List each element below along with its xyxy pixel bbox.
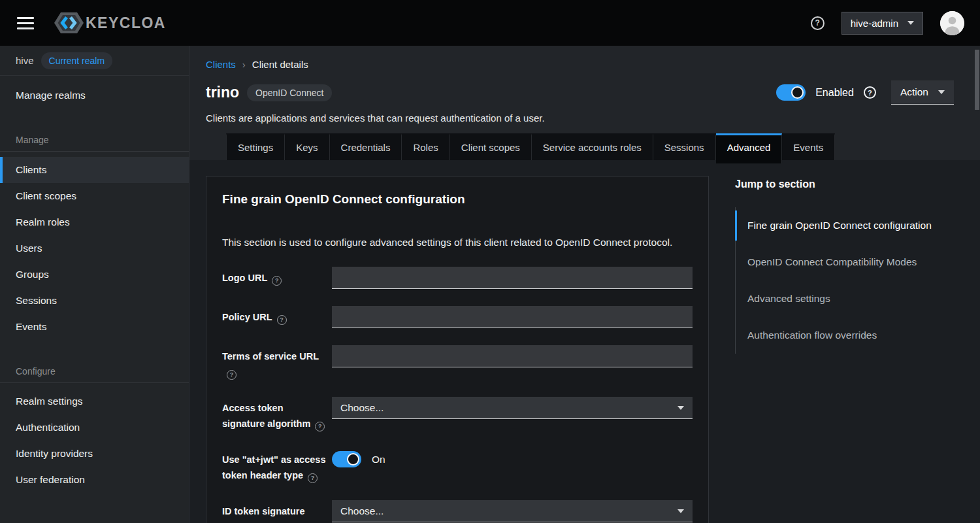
select-value: Choose... [340,402,384,414]
user-menu-dropdown[interactable]: hive-admin [841,12,923,35]
select-value: Choose... [340,505,384,517]
jump-link-authentication-flow-overrides[interactable]: Authentication flow overrides [736,317,964,354]
realm-name: hive [16,55,34,66]
form-row-access-token-signature-algorithm: Access token signature algorithm?Choose.… [222,397,693,431]
enabled-toggle[interactable] [776,84,806,101]
page-header: Clients › Client details trino OpenID Co… [189,46,980,160]
keycloak-logo: KEYCLOAK [54,10,166,36]
sidebar-item-users[interactable]: Users [0,235,189,262]
sidebar-item-user-federation[interactable]: User federation [0,467,189,493]
jump-link-advanced-settings[interactable]: Advanced settings [736,280,964,317]
tab-events[interactable]: Events [782,133,835,160]
sidebar-section-label-configure: Configure [0,361,189,383]
fine-grain-config-card: Fine grain OpenID Connect configuration … [206,176,709,523]
sidebar-item-identity-providers[interactable]: Identity providers [0,441,189,467]
jump-to-section-list: Fine grain OpenID Connect configurationO… [735,207,964,354]
tab-sessions[interactable]: Sessions [653,133,716,160]
topbar-actions: ? hive-admin [811,11,964,35]
help-icon[interactable]: ? [308,473,318,483]
content-area: Fine grain OpenID Connect configuration … [189,160,980,523]
action-dropdown-label: Action [900,86,928,98]
use-at-jwt-as-access-token-header-type-toggle[interactable] [332,451,361,467]
help-icon[interactable]: ? [315,422,325,431]
logo-url-input[interactable] [332,267,693,289]
tab-service-accounts-roles[interactable]: Service accounts roles [532,133,653,160]
sidebar: hive Current realm Manage realms ManageC… [0,46,189,523]
title-controls: Enabled ? Action [776,80,954,105]
chevron-down-icon [938,90,945,94]
svg-text:KEYCLOAK: KEYCLOAK [86,14,166,31]
field-control: Choose... [332,397,693,419]
policy-url-input[interactable] [332,306,693,328]
field-label: Access token signature algorithm? [222,397,327,431]
terms-of-service-url-input[interactable] [332,345,693,367]
tab-keys[interactable]: Keys [285,133,329,160]
toggle-state-label: On [372,454,385,465]
sidebar-section-label-manage: Manage [0,129,189,152]
field-label-text: Terms of service URL [222,351,319,362]
sidebar-item-clients[interactable]: Clients [0,157,189,183]
enabled-label: Enabled [815,87,854,99]
tab-client-scopes[interactable]: Client scopes [450,133,532,160]
help-icon[interactable]: ? [272,276,282,286]
sidebar-item-authentication[interactable]: Authentication [0,414,189,441]
scrollbar[interactable] [975,50,979,110]
id-token-signature-select[interactable]: Choose... [332,500,693,522]
section-title: Fine grain OpenID Connect configuration [222,192,693,207]
chevron-down-icon [678,509,684,513]
field-control: On [332,448,693,467]
tab-roles[interactable]: Roles [402,133,449,160]
field-control [332,267,693,289]
breadcrumb: Clients › Client details [189,59,980,70]
field-label: Terms of service URL? [222,345,327,380]
toggle-knob [347,453,359,465]
page-description: Clients are applications and services th… [189,105,980,124]
avatar[interactable] [940,11,964,35]
action-dropdown[interactable]: Action [891,80,954,105]
help-icon[interactable]: ? [864,86,876,99]
form-row-terms-of-service-url: Terms of service URL? [222,345,693,380]
form-row-use-at-jwt-as-access-token-header-type: Use "at+jwt" as access token header type… [222,448,693,483]
help-icon[interactable]: ? [227,370,237,380]
tab-settings[interactable]: Settings [226,133,285,160]
current-realm-badge: Current realm [41,52,113,69]
jump-to-section-title: Jump to section [735,178,964,190]
page-title: trino [206,84,239,101]
user-menu-label: hive-admin [851,18,898,29]
breadcrumb-clients-link[interactable]: Clients [206,59,236,70]
main-area: Clients › Client details trino OpenID Co… [189,46,980,523]
field-label-text: Logo URL [222,273,267,283]
keycloak-logo-icon: KEYCLOAK [54,10,166,36]
realm-selector[interactable]: hive Current realm [0,46,189,76]
sidebar-item-sessions[interactable]: Sessions [0,288,189,314]
field-control: Choose... [332,500,693,522]
field-control [332,306,693,328]
field-label: Use "at+jwt" as access token header type… [222,448,327,483]
chevron-down-icon [907,21,914,25]
sidebar-item-realm-roles[interactable]: Realm roles [0,209,189,235]
title-row: trino OpenID Connect Enabled ? Action [189,70,980,105]
form-row-policy-url: Policy URL? [222,306,693,328]
person-icon [940,11,964,35]
toggle-knob [791,86,804,99]
field-label-text: Access token signature algorithm [222,403,310,429]
sidebar-item-realm-settings[interactable]: Realm settings [0,388,189,414]
tab-bar: SettingsKeysCredentialsRolesClient scope… [226,133,980,160]
breadcrumb-current: Client details [252,59,308,70]
sidebar-item-groups[interactable]: Groups [0,262,189,288]
sidebar-item-client-scopes[interactable]: Client scopes [0,183,189,209]
tab-credentials[interactable]: Credentials [330,133,402,160]
tab-advanced[interactable]: Advanced [716,133,783,163]
field-label: ID token signature [222,500,327,519]
hamburger-menu-button[interactable] [14,14,37,32]
jump-link-openid-connect-compatibility-modes[interactable]: OpenID Connect Compatibility Modes [736,244,964,280]
help-icon[interactable]: ? [277,315,287,325]
help-icon[interactable]: ? [811,16,825,30]
field-label-text: Policy URL [222,312,272,322]
access-token-signature-algorithm-select[interactable]: Choose... [332,397,693,419]
jump-link-fine-grain-openid-connect-configuration[interactable]: Fine grain OpenID Connect configuration [736,207,964,244]
config-form: Logo URL?Policy URL?Terms of service URL… [222,267,693,522]
field-label: Logo URL? [222,267,327,286]
sidebar-item-events[interactable]: Events [0,314,189,340]
sidebar-item-manage-realms[interactable]: Manage realms [0,82,189,109]
